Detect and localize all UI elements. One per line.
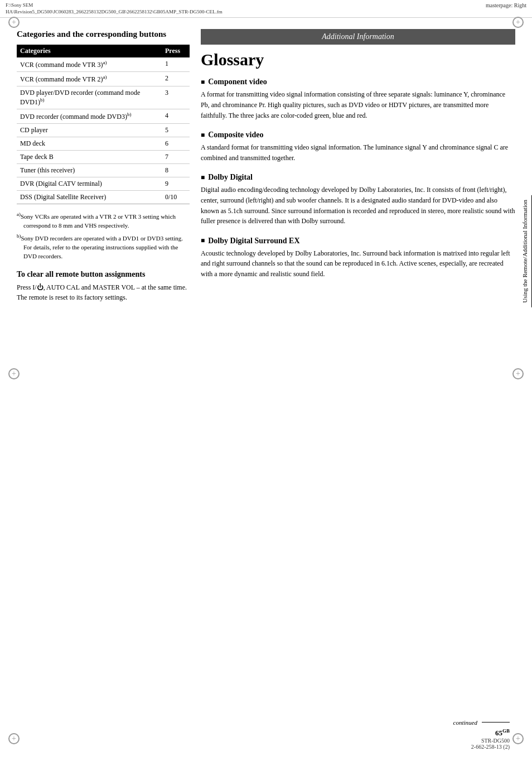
table-row-press: 9 [162, 177, 190, 190]
glossary-entries: Component videoA format for transmitting… [201, 78, 515, 279]
table-row-category: DVD recorder (command mode DVD3)b) [17, 109, 162, 123]
table-row-press: 8 [162, 163, 190, 177]
glossary-entry-title: Dolby Digital [201, 173, 515, 182]
corner-mark-bl [8, 733, 20, 744]
clear-instruction-1: Press I/⏻, AUTO CAL and MASTER VOL – at … [17, 282, 190, 292]
section-title: Categories and the corresponding buttons [17, 29, 190, 40]
glossary-entry: Dolby DigitalDigital audio encoding/deco… [201, 173, 515, 226]
glossary-entry-body: Acoustic technology developed by Dolby L… [201, 248, 515, 280]
footnote-item: a)Sony VCRs are operated with a VTR 2 or… [17, 211, 190, 230]
page-header: F:\Sony SEM HA\Revision5_DG500\JC060283_… [0, 0, 532, 18]
col-press-header: Press [162, 45, 190, 57]
table-row-press: 3 [162, 86, 190, 109]
glossary-entry-body: Digital audio encoding/decoding technolo… [201, 185, 515, 226]
corner-mark-br [512, 733, 524, 744]
table-row-press: 0/10 [162, 190, 190, 204]
col-categories-header: Categories [17, 45, 162, 57]
model-info: STR-DG500 2-662-258-13 (2) [453, 738, 510, 750]
table-row-press: 1 [162, 57, 190, 72]
continued-label: continued [453, 719, 510, 726]
clear-section-body: Press I/⏻, AUTO CAL and MASTER VOL – at … [17, 282, 190, 302]
glossary-entry-title: Component video [201, 78, 515, 86]
table-row-press: 6 [162, 137, 190, 150]
table-row-category: DSS (Digital Satellite Receiver) [17, 190, 162, 204]
corner-mark-mr [512, 368, 524, 379]
page-footer: continued 65GB STR-DG500 2-662-258-13 (2… [453, 719, 510, 750]
glossary-entry: Dolby Digital Surround EXAcoustic techno… [201, 237, 515, 280]
table-row-category: Tape deck B [17, 150, 162, 163]
glossary-entry-title: Dolby Digital Surround EX [201, 237, 515, 245]
page-number: 65GB [453, 728, 510, 738]
table-row-category: DVD player/DVD recorder (command mode DV… [17, 86, 162, 109]
table-row-category: CD player [17, 123, 162, 137]
header-right-text: masterpage: Right [486, 2, 526, 15]
table-row-press: 7 [162, 150, 190, 163]
table-row-press: 4 [162, 109, 190, 123]
clear-instruction-2: The remote is reset to its factory setti… [17, 292, 190, 302]
clear-section-title: To clear all remote button assignments [17, 270, 190, 279]
left-column: Categories and the corresponding buttons… [17, 29, 190, 302]
corner-mark-tl [8, 17, 20, 28]
glossary-entry-body: A standard format for transmitting video… [201, 142, 515, 163]
glossary-entry-body: A format for transmitting video signal i… [201, 89, 515, 121]
sidebar-label: Using the Remote/Additional Information [520, 195, 532, 307]
table-row-press: 2 [162, 71, 190, 86]
additional-info-banner: Additional Information [201, 29, 515, 45]
table-row-category: VCR (command mode VTR 2)a) [17, 71, 162, 86]
right-column: Additional Information Glossary Componen… [201, 29, 515, 302]
header-left-path: F:\Sony SEM HA\Revision5_DG500\JC060283_… [6, 2, 223, 15]
glossary-entry-title: Composite video [201, 131, 515, 139]
corner-mark-tr [512, 17, 524, 28]
table-row-category: MD deck [17, 137, 162, 150]
corner-mark-ml [8, 368, 20, 379]
footnotes: a)Sony VCRs are operated with a VTR 2 or… [17, 211, 190, 261]
clear-section: To clear all remote button assignments P… [17, 270, 190, 302]
glossary-entry: Component videoA format for transmitting… [201, 78, 515, 121]
table-row-category: Tuner (this receiver) [17, 163, 162, 177]
glossary-entry: Composite videoA standard format for tra… [201, 131, 515, 163]
table-row-category: VCR (command mode VTR 3)a) [17, 57, 162, 72]
table-row-press: 5 [162, 123, 190, 137]
categories-table: Categories Press VCR (command mode VTR 3… [17, 45, 190, 204]
table-row-category: DVR (Digital CATV terminal) [17, 177, 162, 190]
glossary-title: Glossary [201, 50, 515, 69]
footnote-item: b)Sony DVD recorders are operated with a… [17, 233, 190, 261]
